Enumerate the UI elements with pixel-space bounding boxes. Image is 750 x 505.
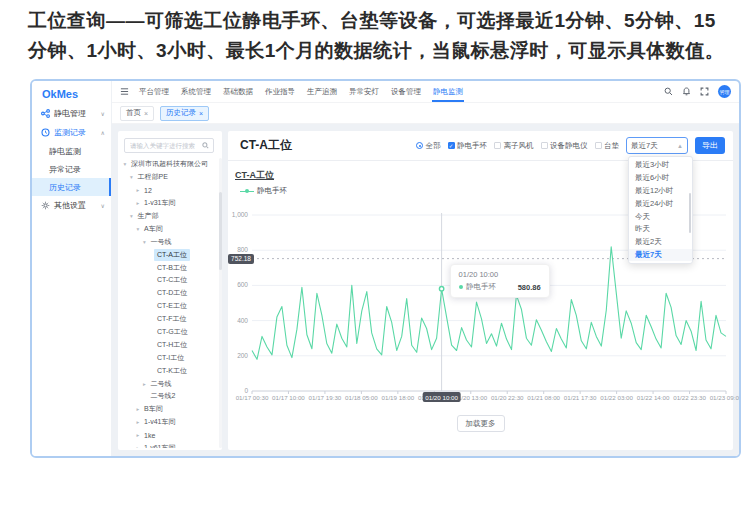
tree-node[interactable]: CT-C工位 <box>118 274 218 287</box>
tooltip-series-name: 静电手环 <box>466 282 496 292</box>
tree-scrollbar-thumb[interactable] <box>219 192 222 270</box>
sidebar-group-静电管理[interactable]: 静电管理∨ <box>32 104 111 123</box>
main-content: ▾深圳市讯超科技有限公司▾工程部PE▸12▸1-v31车间▾生产部▾A车间▾一号… <box>112 124 739 456</box>
tree-node[interactable]: CT-I工位 <box>118 351 218 364</box>
device-filters: 全部静电手环离子风机设备静电仪台垫 <box>416 141 619 151</box>
tree-node[interactable]: ▸12 <box>118 184 218 197</box>
time-range-dropdown: 最近3小时最近6小时最近12小时最近24小时今天昨天最近2天最近7天 <box>628 156 693 264</box>
chart-tooltip: 01/20 10:00 静电手环 580.86 <box>450 264 550 298</box>
sidebar-group-监测记录[interactable]: 监测记录∧ <box>32 123 111 142</box>
radio-checked-icon[interactable] <box>416 142 423 149</box>
time-range-value: 最近7天 <box>631 141 677 151</box>
tree-node-label: 工程部PE <box>135 171 171 183</box>
tab-active[interactable]: 历史记录× <box>160 106 209 121</box>
dropdown-option[interactable]: 最近12小时 <box>629 185 692 198</box>
tree-node-label: CT-C工位 <box>154 274 190 286</box>
tree-node[interactable]: CT-F工位 <box>118 313 218 326</box>
tree-node[interactable]: ▸二号线 <box>118 377 218 390</box>
chevron-down-icon: ∨ <box>101 110 105 117</box>
checkbox-icon[interactable] <box>541 142 548 149</box>
arrow-expanded-icon[interactable]: ▾ <box>129 174 135 180</box>
topnav-item[interactable]: 异常安灯 <box>347 81 381 102</box>
arrow-expanded-icon[interactable]: ▾ <box>129 213 135 219</box>
user-avatar[interactable]: 管理 <box>718 85 731 98</box>
arrow-collapsed-icon[interactable]: ▸ <box>142 381 148 387</box>
topnav-item[interactable]: 系统管理 <box>179 81 213 102</box>
tree-search-input[interactable] <box>128 141 199 150</box>
share-icon <box>41 109 50 118</box>
tree-node[interactable]: ▸1-v41车间 <box>118 416 218 429</box>
sidebar-group-label: 监测记录 <box>54 127 86 138</box>
search-icon[interactable] <box>664 87 673 96</box>
filter-静电手环[interactable]: 静电手环 <box>448 141 488 151</box>
tree-node[interactable]: ▾工程部PE <box>118 171 218 184</box>
tree-node[interactable]: ▾生产部 <box>118 210 218 223</box>
time-range-select[interactable]: 最近7天 ▲ <box>626 137 688 154</box>
tree-node[interactable]: CT-B工位 <box>118 261 218 274</box>
tree-node[interactable]: CT-H工位 <box>118 338 218 351</box>
tree-node[interactable]: CT-E工位 <box>118 300 218 313</box>
fullscreen-icon[interactable] <box>700 87 709 96</box>
sidebar: OkMes 静电管理∨监测记录∧静电监测异常记录历史记录其他设置∨ <box>32 81 112 456</box>
tab-label: 历史记录 <box>166 108 196 118</box>
chevron-down-icon: ∨ <box>101 202 105 209</box>
tree-node[interactable]: ▾深圳市讯超科技有限公司 <box>118 158 218 171</box>
topnav-item[interactable]: 基础数据 <box>221 81 255 102</box>
filter-label: 静电手环 <box>457 141 487 151</box>
tab-item[interactable]: 首页× <box>120 106 154 121</box>
topnav-item[interactable]: 平台管理 <box>137 81 171 102</box>
tree-node-label: 1-v41车间 <box>141 416 179 428</box>
tree-node[interactable]: CT-A工位 <box>118 248 218 261</box>
topbar-icons: 管理 <box>664 85 731 98</box>
collapse-menu-icon[interactable] <box>120 87 129 96</box>
filter-设备静电仪[interactable]: 设备静电仪 <box>541 141 588 151</box>
dropdown-option[interactable]: 最近24小时 <box>629 197 692 210</box>
tree-node[interactable]: ▸1ke <box>118 429 218 442</box>
tree-node[interactable]: CT-K工位 <box>118 364 218 377</box>
dropdown-scrollbar-thumb[interactable] <box>689 193 692 233</box>
filter-all[interactable]: 全部 <box>416 141 441 151</box>
sidebar-group-其他设置[interactable]: 其他设置∨ <box>32 196 111 215</box>
filter-离子风机[interactable]: 离子风机 <box>494 141 534 151</box>
sidebar-item-历史记录[interactable]: 历史记录 <box>32 178 111 196</box>
dropdown-option[interactable]: 今天 <box>629 210 692 223</box>
dropdown-option[interactable]: 最近7天 <box>629 249 692 262</box>
tree-node[interactable]: ▸1-v61车间 <box>118 442 218 448</box>
dropdown-option[interactable]: 最近6小时 <box>629 172 692 185</box>
close-tab-icon[interactable]: × <box>199 110 203 117</box>
tree-node-label: CT-E工位 <box>154 300 190 312</box>
search-icon[interactable] <box>201 141 210 150</box>
tree-node-label: A车间 <box>141 223 166 235</box>
tree-node[interactable]: CT-D工位 <box>118 287 218 300</box>
arrow-expanded-icon[interactable]: ▾ <box>142 239 148 245</box>
workstation-tree-panel: ▾深圳市讯超科技有限公司▾工程部PE▸12▸1-v31车间▾生产部▾A车间▾一号… <box>118 131 222 450</box>
tooltip-time: 01/20 10:00 <box>459 270 541 279</box>
topnav-item[interactable]: 设备管理 <box>389 81 423 102</box>
sidebar-item-异常记录[interactable]: 异常记录 <box>32 160 111 178</box>
topnav-item[interactable]: 生产追溯 <box>305 81 339 102</box>
tooltip-value: 580.86 <box>518 283 541 292</box>
dropdown-option[interactable]: 最近2天 <box>629 236 692 249</box>
filter-台垫[interactable]: 台垫 <box>595 141 620 151</box>
tabbar: 首页×历史记录× <box>112 103 739 124</box>
dropdown-option[interactable]: 昨天 <box>629 223 692 236</box>
app-logo: OkMes <box>32 81 111 104</box>
close-tab-icon[interactable]: × <box>144 110 148 117</box>
checkbox-icon[interactable] <box>595 142 602 149</box>
tree-node[interactable]: 二号线2 <box>118 390 218 403</box>
sidebar-item-静电监测[interactable]: 静电监测 <box>32 142 111 160</box>
tree-node[interactable]: ▾A车间 <box>118 222 218 235</box>
tree-node[interactable]: ▸B车间 <box>118 403 218 416</box>
tree-scrollbar[interactable] <box>219 158 222 448</box>
tree-node[interactable]: CT-G工位 <box>118 326 218 339</box>
bell-icon[interactable] <box>682 87 691 96</box>
checkbox-checked-icon[interactable] <box>448 142 455 149</box>
tree-node[interactable]: ▸1-v31车间 <box>118 197 218 210</box>
export-button[interactable]: 导出 <box>695 137 725 154</box>
checkbox-icon[interactable] <box>494 142 501 149</box>
tree-node-label: CT-F工位 <box>154 313 190 325</box>
dropdown-option[interactable]: 最近3小时 <box>629 159 692 172</box>
tree-node[interactable]: ▾一号线 <box>118 235 218 248</box>
topnav-item[interactable]: 作业指导 <box>263 81 297 102</box>
topnav-item[interactable]: 静电监测 <box>431 81 465 102</box>
